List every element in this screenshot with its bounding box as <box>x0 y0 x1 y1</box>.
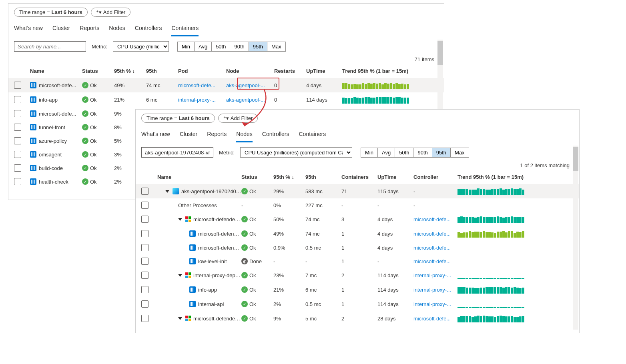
controller-link[interactable]: internal-proxy-... <box>413 301 451 307</box>
agg-95th[interactable]: 95th <box>432 148 451 158</box>
metric-select[interactable]: CPU Usage (millicores) <box>113 41 169 52</box>
row-checkbox[interactable] <box>141 300 148 308</box>
search-input[interactable] <box>141 147 213 158</box>
row-checkbox[interactable] <box>14 137 21 144</box>
table-row[interactable]: info-app✓Ok21%6 mc1114 daysinternal-prox… <box>136 282 579 297</box>
row-checkbox[interactable] <box>14 82 21 89</box>
status-cell: ✓Ok <box>241 244 273 251</box>
row-checkbox[interactable] <box>141 202 148 209</box>
agg-avg[interactable]: Avg <box>377 148 395 158</box>
tab-nodes[interactable]: Nodes <box>236 128 252 142</box>
agg-max[interactable]: Max <box>450 148 469 158</box>
add-filter-button[interactable]: ⁺▾ Add Filter <box>218 114 258 123</box>
controller-link[interactable]: internal-proxy-... <box>413 287 451 293</box>
scrollbar[interactable] <box>573 146 578 330</box>
tab-controllers[interactable]: Controllers <box>262 128 289 142</box>
col-restarts[interactable]: Restarts <box>274 68 306 74</box>
col-val[interactable]: 95th <box>146 68 178 74</box>
expand-toggle[interactable] <box>165 190 169 193</box>
table-row[interactable]: microsoft-defender-l...✓Ok49%74 mc14 day… <box>136 226 579 241</box>
agg-50th[interactable]: 50th <box>211 42 230 52</box>
controller-link[interactable]: microsoft-defe... <box>413 258 451 264</box>
table-row[interactable]: info-app✓Ok21%6 mcinternal-proxy-...aks-… <box>8 92 444 107</box>
row-checkbox[interactable] <box>141 286 148 293</box>
add-filter-button[interactable]: ⁺▾ Add Filter <box>91 8 131 17</box>
col-status[interactable]: Status <box>82 68 114 74</box>
node-link[interactable]: aks-agentpool-... <box>226 82 274 88</box>
agg-95th[interactable]: 95th <box>249 42 267 52</box>
table-row[interactable]: microsoft-defe...✓Ok49%74 mcmicrosoft-de… <box>8 78 444 92</box>
col-uptime[interactable]: UpTime <box>377 174 413 180</box>
status-cell: - <box>241 202 273 208</box>
col-controller[interactable]: Controller <box>413 174 457 180</box>
col-val[interactable]: 95th <box>305 174 341 180</box>
tab-containers[interactable]: Containers <box>299 128 326 142</box>
row-checkbox[interactable] <box>141 230 148 237</box>
expand-toggle[interactable] <box>178 218 182 221</box>
tab-what-s-new[interactable]: What's new <box>141 128 170 142</box>
table-row[interactable]: aks-agentpool-19702408-v...✓Ok29%583 mc7… <box>136 184 579 198</box>
agg-avg[interactable]: Avg <box>194 42 212 52</box>
expand-toggle[interactable] <box>178 317 182 320</box>
controller-link[interactable]: microsoft-defe... <box>413 245 451 251</box>
col-name[interactable]: Name <box>30 68 82 74</box>
row-checkbox[interactable] <box>141 244 148 251</box>
table-row[interactable]: microsoft-defender-pu...✓Ok9%5 mc228 day… <box>136 311 579 326</box>
col-name[interactable]: Name <box>157 174 241 180</box>
tab-reports[interactable]: Reports <box>80 22 99 36</box>
tab-reports[interactable]: Reports <box>207 128 227 142</box>
time-range-pill[interactable]: Time range = Last 6 hours <box>141 114 215 123</box>
row-checkbox[interactable] <box>14 164 21 172</box>
row-checkbox[interactable] <box>14 178 21 185</box>
table-row[interactable]: internal-proxy-deploy...✓Ok23%7 mc2114 d… <box>136 268 579 282</box>
col-trend[interactable]: Trend 95th % (1 bar = 15m) <box>342 68 430 74</box>
metric-select[interactable]: CPU Usage (millicores) (computed from Ca… <box>240 147 352 158</box>
tab-cluster[interactable]: Cluster <box>52 22 70 36</box>
status-cell: ✓Ok <box>241 301 273 307</box>
agg-90th[interactable]: 90th <box>230 42 249 52</box>
expand-toggle[interactable] <box>178 274 182 277</box>
agg-min[interactable]: Min <box>361 148 378 158</box>
row-checkbox[interactable] <box>141 258 148 265</box>
row-checkbox[interactable] <box>141 315 148 322</box>
agg-90th[interactable]: 90th <box>413 148 432 158</box>
node-link[interactable]: aks-agentpool-... <box>226 97 274 103</box>
pod-link[interactable]: microsoft-defe... <box>178 82 226 88</box>
controller-link[interactable]: microsoft-defe... <box>413 231 451 237</box>
pod-link[interactable]: internal-proxy-... <box>178 97 226 103</box>
time-range-pill[interactable]: Time range = Last 6 hours <box>14 8 88 17</box>
table-row[interactable]: Other Processes-0%227 mc--- <box>136 198 579 212</box>
col-node[interactable]: Node <box>226 68 274 74</box>
tab-containers[interactable]: Containers <box>171 22 199 36</box>
table-row[interactable]: low-level-init◐Done--1-microsoft-defe... <box>136 254 579 268</box>
trend-cell <box>457 300 538 308</box>
tab-cluster[interactable]: Cluster <box>180 128 197 142</box>
controller-link[interactable]: microsoft-defe... <box>413 316 451 322</box>
row-checkbox[interactable] <box>14 110 21 117</box>
tab-nodes[interactable]: Nodes <box>109 22 125 36</box>
row-checkbox[interactable] <box>141 216 148 223</box>
tab-what-s-new[interactable]: What's new <box>14 22 43 36</box>
row-checkbox[interactable] <box>141 188 148 195</box>
row-checkbox[interactable] <box>14 96 21 103</box>
row-checkbox[interactable] <box>14 151 21 158</box>
table-row[interactable]: microsoft-defender-...✓Ok0.9%0.5 mc14 da… <box>136 241 579 254</box>
row-checkbox[interactable] <box>141 272 148 279</box>
col-uptime[interactable]: UpTime <box>306 68 342 74</box>
col-trend[interactable]: Trend 95th % (1 bar = 15m) <box>457 174 538 180</box>
table-row[interactable]: internal-api✓Ok2%0.5 mc1114 daysinternal… <box>136 297 579 311</box>
agg-50th[interactable]: 50th <box>395 148 413 158</box>
controller-link[interactable]: internal-proxy-... <box>413 272 451 278</box>
table-row[interactable]: microsoft-defender-co...✓Ok50%74 mc34 da… <box>136 212 579 226</box>
tab-controllers[interactable]: Controllers <box>135 22 162 36</box>
search-input[interactable] <box>14 41 86 52</box>
agg-min[interactable]: Min <box>177 42 195 52</box>
col-pod[interactable]: Pod <box>178 68 226 74</box>
row-checkbox[interactable] <box>14 124 21 131</box>
agg-max[interactable]: Max <box>267 42 286 52</box>
controller-link[interactable]: microsoft-defe... <box>413 216 451 222</box>
col-pct[interactable]: 95th % <box>273 174 305 180</box>
col-pct[interactable]: 95th % <box>114 68 146 74</box>
col-containers[interactable]: Containers <box>341 174 377 180</box>
col-status[interactable]: Status <box>241 174 273 180</box>
